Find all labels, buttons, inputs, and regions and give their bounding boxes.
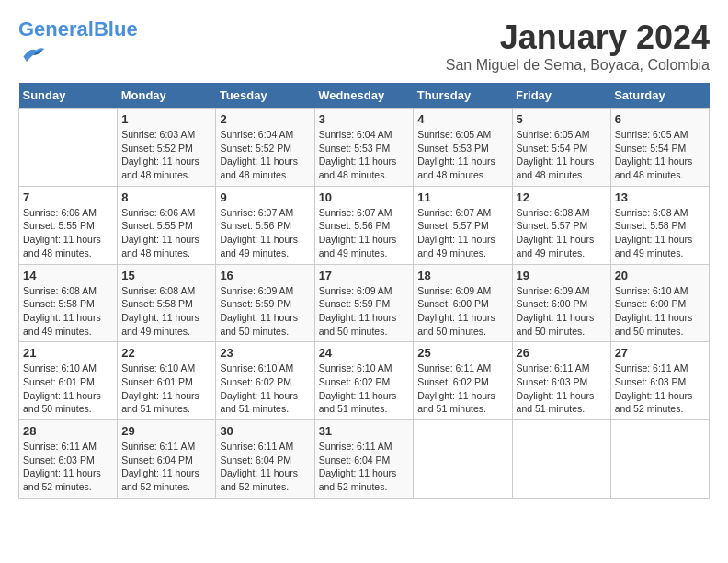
daylight-minutes-text: and 51 minutes. bbox=[220, 403, 289, 414]
calendar-week-row: 28Sunrise: 6:11 AMSunset: 6:03 PMDayligh… bbox=[19, 420, 710, 499]
day-number: 5 bbox=[517, 112, 607, 126]
day-number: 6 bbox=[615, 112, 705, 126]
day-info: Sunrise: 6:10 AMSunset: 6:02 PMDaylight:… bbox=[319, 362, 410, 416]
day-number: 14 bbox=[23, 269, 113, 282]
daylight-minutes-text: and 50 minutes. bbox=[319, 326, 388, 337]
sunrise-text: Sunrise: 6:10 AM bbox=[23, 362, 97, 373]
day-number: 25 bbox=[417, 346, 507, 360]
daylight-minutes-text: and 52 minutes. bbox=[220, 481, 289, 492]
sunset-text: Sunset: 6:03 PM bbox=[615, 376, 687, 387]
day-info: Sunrise: 6:07 AMSunset: 5:56 PMDaylight:… bbox=[220, 206, 310, 260]
sunrise-text: Sunrise: 6:05 AM bbox=[417, 129, 491, 140]
sunset-text: Sunset: 5:57 PM bbox=[517, 220, 588, 231]
day-number: 17 bbox=[319, 269, 410, 282]
sunrise-text: Sunrise: 6:10 AM bbox=[121, 362, 195, 373]
day-info: Sunrise: 6:08 AMSunset: 5:58 PMDaylight:… bbox=[23, 284, 113, 339]
calendar-week-row: 7Sunrise: 6:06 AMSunset: 5:55 PMDaylight… bbox=[19, 186, 710, 264]
sunrise-text: Sunrise: 6:11 AM bbox=[220, 441, 293, 452]
daylight-minutes-text: and 49 minutes. bbox=[517, 247, 586, 259]
daylight-minutes-text: and 50 minutes. bbox=[220, 326, 289, 337]
daylight-text: Daylight: 11 hours bbox=[417, 390, 495, 401]
calendar-cell: 31Sunrise: 6:11 AMSunset: 6:04 PMDayligh… bbox=[314, 420, 414, 499]
day-info: Sunrise: 6:03 AMSunset: 5:52 PMDaylight:… bbox=[121, 128, 211, 182]
sunrise-text: Sunrise: 6:11 AM bbox=[319, 441, 392, 452]
daylight-text: Daylight: 11 hours bbox=[615, 155, 693, 167]
day-info: Sunrise: 6:04 AMSunset: 5:52 PMDaylight:… bbox=[220, 128, 310, 182]
sunrise-text: Sunrise: 6:11 AM bbox=[121, 441, 195, 452]
daylight-minutes-text: and 48 minutes. bbox=[517, 169, 586, 180]
sunrise-text: Sunrise: 6:03 AM bbox=[121, 129, 195, 140]
day-number: 4 bbox=[417, 112, 507, 126]
sunrise-text: Sunrise: 6:11 AM bbox=[615, 362, 688, 373]
daylight-minutes-text: and 49 minutes. bbox=[319, 247, 388, 259]
day-number: 12 bbox=[517, 190, 607, 204]
daylight-minutes-text: and 49 minutes. bbox=[417, 247, 486, 259]
daylight-text: Daylight: 11 hours bbox=[220, 390, 298, 401]
daylight-text: Daylight: 11 hours bbox=[319, 155, 397, 167]
daylight-minutes-text: and 51 minutes. bbox=[517, 403, 586, 414]
sunset-text: Sunset: 6:03 PM bbox=[23, 454, 95, 465]
day-info: Sunrise: 6:05 AMSunset: 5:53 PMDaylight:… bbox=[417, 128, 507, 182]
day-info: Sunrise: 6:11 AMSunset: 6:03 PMDaylight:… bbox=[517, 362, 607, 416]
day-info: Sunrise: 6:10 AMSunset: 6:01 PMDaylight:… bbox=[23, 362, 113, 416]
calendar-week-row: 14Sunrise: 6:08 AMSunset: 5:58 PMDayligh… bbox=[19, 264, 710, 342]
day-info: Sunrise: 6:09 AMSunset: 6:00 PMDaylight:… bbox=[417, 284, 507, 339]
sunrise-text: Sunrise: 6:08 AM bbox=[23, 285, 97, 296]
calendar-cell: 25Sunrise: 6:11 AMSunset: 6:02 PMDayligh… bbox=[414, 342, 512, 420]
daylight-text: Daylight: 11 hours bbox=[319, 467, 397, 478]
day-number: 30 bbox=[220, 424, 310, 438]
sunset-text: Sunset: 5:55 PM bbox=[23, 220, 95, 231]
day-info: Sunrise: 6:11 AMSunset: 6:04 PMDaylight:… bbox=[319, 440, 410, 494]
sunrise-text: Sunrise: 6:09 AM bbox=[417, 285, 491, 296]
calendar-cell: 20Sunrise: 6:10 AMSunset: 6:00 PMDayligh… bbox=[610, 264, 709, 342]
sunset-text: Sunset: 5:52 PM bbox=[121, 143, 193, 154]
sunrise-text: Sunrise: 6:11 AM bbox=[517, 362, 590, 373]
day-number: 11 bbox=[417, 190, 507, 204]
day-number: 21 bbox=[23, 346, 113, 360]
calendar-cell: 13Sunrise: 6:08 AMSunset: 5:58 PMDayligh… bbox=[610, 186, 709, 264]
sunrise-text: Sunrise: 6:10 AM bbox=[615, 285, 688, 296]
day-number: 29 bbox=[121, 424, 211, 438]
daylight-minutes-text: and 50 minutes. bbox=[417, 326, 486, 337]
sunrise-text: Sunrise: 6:08 AM bbox=[121, 285, 195, 296]
calendar-cell: 10Sunrise: 6:07 AMSunset: 5:56 PMDayligh… bbox=[314, 186, 414, 264]
day-number: 16 bbox=[220, 269, 310, 282]
calendar-cell: 21Sunrise: 6:10 AMSunset: 6:01 PMDayligh… bbox=[19, 342, 118, 420]
day-info: Sunrise: 6:07 AMSunset: 5:57 PMDaylight:… bbox=[417, 206, 507, 260]
daylight-minutes-text: and 52 minutes. bbox=[23, 481, 92, 492]
daylight-text: Daylight: 11 hours bbox=[121, 155, 199, 167]
day-number: 2 bbox=[220, 112, 310, 126]
day-info: Sunrise: 6:11 AMSunset: 6:04 PMDaylight:… bbox=[121, 440, 211, 494]
sunrise-text: Sunrise: 6:06 AM bbox=[121, 207, 195, 218]
sunrise-text: Sunrise: 6:11 AM bbox=[23, 441, 97, 452]
daylight-minutes-text: and 51 minutes. bbox=[417, 403, 486, 414]
sunset-text: Sunset: 6:04 PM bbox=[220, 454, 291, 465]
calendar-cell: 28Sunrise: 6:11 AMSunset: 6:03 PMDayligh… bbox=[19, 420, 118, 499]
page-header: GeneralBlue January 2024 San Miguel de S… bbox=[18, 18, 710, 74]
daylight-minutes-text: and 52 minutes. bbox=[319, 481, 388, 492]
daylight-text: Daylight: 11 hours bbox=[615, 234, 693, 245]
day-number: 7 bbox=[23, 190, 113, 204]
daylight-minutes-text: and 48 minutes. bbox=[615, 169, 684, 180]
calendar-cell: 4Sunrise: 6:05 AMSunset: 5:53 PMDaylight… bbox=[414, 109, 512, 187]
daylight-text: Daylight: 11 hours bbox=[319, 312, 397, 323]
logo-blue: Blue bbox=[94, 17, 138, 40]
day-info: Sunrise: 6:08 AMSunset: 5:58 PMDaylight:… bbox=[615, 206, 705, 260]
daylight-minutes-text: and 48 minutes. bbox=[23, 247, 92, 259]
daylight-minutes-text: and 51 minutes. bbox=[121, 403, 190, 414]
daylight-minutes-text: and 52 minutes. bbox=[121, 481, 190, 492]
sunset-text: Sunset: 6:03 PM bbox=[517, 376, 588, 387]
weekday-header-sunday: Sunday bbox=[19, 83, 118, 109]
day-info: Sunrise: 6:09 AMSunset: 6:00 PMDaylight:… bbox=[517, 284, 607, 339]
sunrise-text: Sunrise: 6:05 AM bbox=[517, 129, 590, 140]
day-info: Sunrise: 6:05 AMSunset: 5:54 PMDaylight:… bbox=[517, 128, 607, 182]
sunset-text: Sunset: 5:58 PM bbox=[615, 220, 687, 231]
day-number: 8 bbox=[121, 190, 211, 204]
calendar-cell: 19Sunrise: 6:09 AMSunset: 6:00 PMDayligh… bbox=[512, 264, 610, 342]
day-info: Sunrise: 6:11 AMSunset: 6:04 PMDaylight:… bbox=[220, 440, 310, 494]
daylight-minutes-text: and 48 minutes. bbox=[121, 247, 190, 259]
daylight-minutes-text: and 50 minutes. bbox=[23, 403, 92, 414]
day-info: Sunrise: 6:11 AMSunset: 6:03 PMDaylight:… bbox=[23, 440, 113, 494]
daylight-text: Daylight: 11 hours bbox=[417, 155, 495, 167]
daylight-text: Daylight: 11 hours bbox=[517, 234, 595, 245]
